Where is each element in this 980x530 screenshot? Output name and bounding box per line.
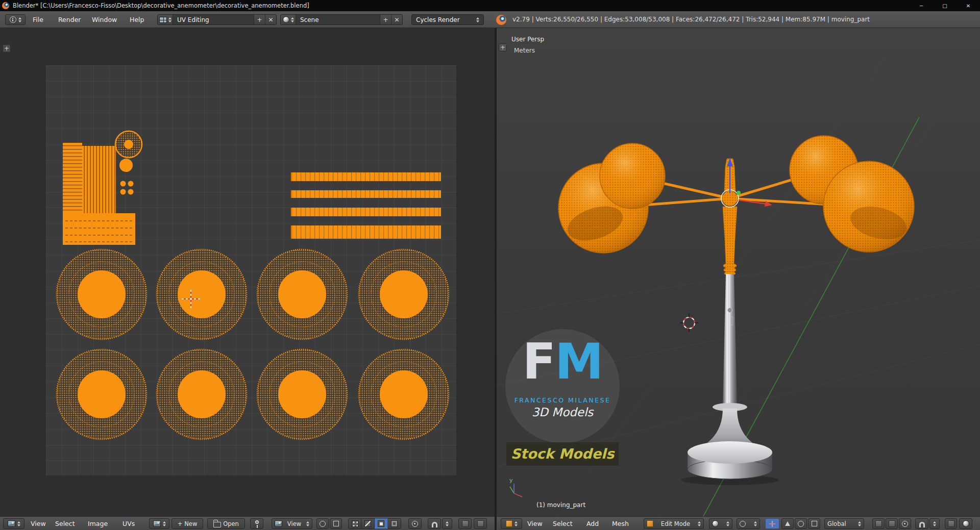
viewport-name-label: User Persp [511, 36, 544, 43]
scene-statistics: v2.79 | Verts:26,550/26,550 | Edges:53,0… [512, 16, 870, 23]
mode-selector[interactable]: Edit Mode [644, 518, 704, 529]
scale-icon [812, 521, 817, 526]
uv-island-machine [63, 131, 142, 245]
rotate-manipulator-button[interactable] [795, 518, 807, 529]
screen-layout-name[interactable]: UV Editing [173, 15, 254, 24]
limit-visible-button[interactable] [872, 518, 885, 529]
opengl-render-button[interactable] [959, 518, 972, 529]
viewport-units-label: Meters [514, 47, 535, 54]
uv-menu-view[interactable]: View [29, 517, 48, 530]
snap-target-dropdown[interactable] [442, 518, 452, 529]
transform-orientation-dropdown[interactable]: Global [824, 518, 864, 529]
delete-scene-button[interactable]: ✕ [391, 15, 402, 24]
tool-icon [477, 520, 484, 527]
scene-icon [283, 16, 289, 23]
v3d-menu-select[interactable]: Select [551, 517, 575, 530]
editor-type-button-3d[interactable] [501, 518, 522, 529]
viewport-3d[interactable]: + User Persp Meters y (1) moving_part FM… [497, 28, 980, 516]
manipulator-y-handle[interactable] [737, 191, 741, 195]
occlude-geometry-button[interactable] [886, 518, 898, 529]
render-engine-selector[interactable]: Cycles Render [411, 14, 484, 25]
uv-island-strips [291, 172, 441, 239]
pixel-snap-toggle[interactable] [330, 518, 342, 529]
info-header: File Render Window Help UV Editing + ✕ S… [0, 11, 980, 28]
region-expand-button[interactable]: + [499, 43, 507, 52]
uv-edge-select-button[interactable] [361, 518, 375, 529]
v3d-menu-mesh[interactable]: Mesh [610, 517, 631, 530]
menu-file[interactable]: File [31, 14, 45, 25]
manipulator-toggle-button[interactable] [765, 518, 779, 529]
uv-cup-islands [57, 249, 449, 439]
chevron-updown-icon [858, 521, 861, 526]
editor-type-button-info[interactable] [5, 14, 26, 25]
screen-layout-icon [159, 17, 167, 23]
window-controls: ─ □ ✕ [910, 0, 980, 11]
add-layout-button[interactable]: + [254, 15, 265, 24]
pivot-point-dropdown[interactable] [737, 518, 760, 529]
chevron-updown-icon [306, 521, 309, 526]
uv-islands-layer [46, 65, 457, 476]
maximize-button[interactable]: □ [933, 0, 957, 11]
proportional-edit-icon [412, 521, 418, 527]
proportional-edit-button[interactable] [408, 518, 422, 529]
island-select-icon [391, 520, 398, 527]
snap-toggle-3d-button[interactable] [915, 518, 928, 529]
proportional-edit-3d-button[interactable] [899, 518, 911, 529]
minimize-button[interactable]: ─ [910, 0, 933, 11]
delete-layout-button[interactable]: ✕ [265, 15, 276, 24]
cursor-3d [680, 314, 698, 332]
uv-vertex-select-button[interactable] [348, 518, 361, 529]
chevron-updown-icon [18, 17, 21, 22]
editor-type-button-uv[interactable] [3, 518, 24, 529]
uv-options-button[interactable] [474, 518, 487, 529]
uv-island-select-button[interactable] [388, 518, 401, 529]
scene-name[interactable]: Scene [296, 15, 380, 24]
uv-sculpt-button[interactable] [458, 518, 472, 529]
uv-canvas[interactable] [45, 65, 457, 476]
tool-icon [462, 520, 469, 527]
image-datablock-browse[interactable] [149, 518, 169, 529]
view3d-header: View Select Add Mesh Edit Mode Global [497, 516, 980, 530]
chevron-updown-icon [168, 17, 172, 22]
blender-app-icon [2, 2, 9, 9]
watermark-name: FRANCESCO MILANESE [506, 396, 619, 404]
open-image-button[interactable]: Open [207, 518, 245, 529]
uv-menu-image[interactable]: Image [86, 517, 110, 530]
edit-mode-icon [647, 520, 653, 527]
tool-icon [948, 520, 954, 527]
blender-logo [496, 15, 506, 25]
menu-window[interactable]: Window [90, 14, 119, 25]
render-engine-name: Cycles Render [416, 16, 460, 23]
normalized-coords-toggle[interactable] [316, 518, 329, 529]
add-scene-button[interactable]: + [380, 15, 391, 24]
pin-button[interactable] [250, 518, 263, 529]
chevron-updown-icon [163, 521, 166, 526]
screen-layout-selector[interactable]: UV Editing + ✕ [157, 14, 277, 25]
snap-toggle-button[interactable] [428, 518, 441, 529]
uv-image-editor[interactable]: + [0, 28, 495, 516]
uv-menu-select[interactable]: Select [53, 517, 77, 530]
close-button[interactable]: ✕ [957, 0, 980, 11]
v3d-menu-view[interactable]: View [525, 517, 545, 530]
display-channel-dropdown[interactable]: View [272, 518, 312, 529]
translate-manipulator-button[interactable] [781, 518, 794, 529]
chevron-updown-icon [698, 521, 701, 526]
uv-face-select-button[interactable] [375, 518, 388, 529]
scale-manipulator-button[interactable] [808, 518, 820, 529]
uv-menu-uvs[interactable]: UVs [120, 517, 137, 530]
render-border-button[interactable] [945, 518, 957, 529]
info-icon [10, 16, 16, 23]
chevron-updown-icon [446, 521, 449, 526]
menu-help[interactable]: Help [128, 14, 146, 25]
menu-render[interactable]: Render [56, 14, 83, 25]
v3d-menu-add[interactable]: Add [584, 517, 601, 530]
blender-window: Blender* [C:\Users\Francesco-Fisso\Deskt… [0, 0, 980, 530]
chevron-updown-icon [17, 521, 20, 526]
new-image-button[interactable]: + New [172, 518, 203, 529]
snap-element-dropdown[interactable] [929, 518, 940, 529]
scene-selector[interactable]: Scene + ✕ [280, 14, 403, 25]
region-expand-button[interactable]: + [3, 44, 11, 53]
cup-back-left [600, 143, 665, 209]
magnet-icon [432, 522, 437, 527]
viewport-shading-dropdown[interactable] [709, 518, 732, 529]
